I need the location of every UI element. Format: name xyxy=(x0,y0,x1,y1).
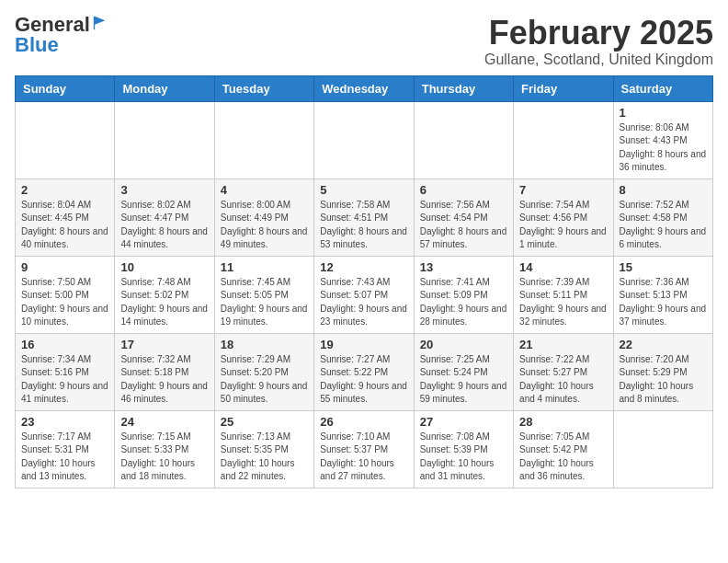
page-header: General Blue February 2025 Gullane, Scot… xyxy=(15,15,713,68)
week-row-4: 16Sunrise: 7:34 AMSunset: 5:16 PMDayligh… xyxy=(16,333,713,410)
calendar-cell xyxy=(16,101,115,178)
day-info: Sunrise: 7:58 AMSunset: 4:51 PMDaylight:… xyxy=(320,199,407,252)
calendar-cell: 25Sunrise: 7:13 AMSunset: 5:35 PMDayligh… xyxy=(214,410,313,488)
day-info: Sunrise: 7:13 AMSunset: 5:35 PMDaylight:… xyxy=(221,431,308,484)
day-number: 27 xyxy=(420,415,507,429)
calendar-cell: 26Sunrise: 7:10 AMSunset: 5:37 PMDayligh… xyxy=(314,410,414,488)
calendar-title: February 2025 xyxy=(484,15,713,52)
day-number: 8 xyxy=(620,183,707,197)
calendar-cell xyxy=(414,101,513,178)
day-info: Sunrise: 8:02 AMSunset: 4:47 PMDaylight:… xyxy=(120,199,208,252)
day-number: 7 xyxy=(519,183,607,197)
calendar-cell: 10Sunrise: 7:48 AMSunset: 5:02 PMDayligh… xyxy=(115,256,214,333)
week-row-1: 1Sunrise: 8:06 AMSunset: 4:43 PMDaylight… xyxy=(16,101,713,178)
calendar-cell: 24Sunrise: 7:15 AMSunset: 5:33 PMDayligh… xyxy=(115,410,214,488)
day-number: 23 xyxy=(21,415,108,429)
calendar-cell: 1Sunrise: 8:06 AMSunset: 4:43 PMDaylight… xyxy=(613,101,712,178)
calendar-cell xyxy=(115,101,214,178)
day-number: 21 xyxy=(519,338,607,351)
day-info: Sunrise: 7:50 AMSunset: 5:00 PMDaylight:… xyxy=(21,276,108,329)
calendar-cell: 17Sunrise: 7:32 AMSunset: 5:18 PMDayligh… xyxy=(115,333,214,410)
day-number: 22 xyxy=(620,338,707,351)
day-number: 26 xyxy=(320,415,407,429)
day-info: Sunrise: 7:52 AMSunset: 4:58 PMDaylight:… xyxy=(620,199,707,252)
weekday-header-saturday: Saturday xyxy=(613,75,712,101)
calendar-cell: 20Sunrise: 7:25 AMSunset: 5:24 PMDayligh… xyxy=(414,333,513,410)
calendar-cell: 15Sunrise: 7:36 AMSunset: 5:13 PMDayligh… xyxy=(613,256,712,333)
logo-blue-text: Blue xyxy=(15,33,59,56)
calendar-cell: 27Sunrise: 7:08 AMSunset: 5:39 PMDayligh… xyxy=(414,410,513,488)
day-number: 20 xyxy=(420,338,507,351)
title-block: February 2025 Gullane, Scotland, United … xyxy=(484,15,713,68)
logo: General Blue xyxy=(15,15,108,55)
day-info: Sunrise: 7:34 AMSunset: 5:16 PMDaylight:… xyxy=(21,353,108,407)
day-info: Sunrise: 7:15 AMSunset: 5:33 PMDaylight:… xyxy=(120,431,208,484)
day-info: Sunrise: 7:48 AMSunset: 5:02 PMDaylight:… xyxy=(120,276,208,329)
calendar-cell: 19Sunrise: 7:27 AMSunset: 5:22 PMDayligh… xyxy=(314,333,414,410)
day-number: 1 xyxy=(620,106,707,120)
calendar-cell xyxy=(314,101,414,178)
day-info: Sunrise: 7:45 AMSunset: 5:05 PMDaylight:… xyxy=(221,276,308,329)
calendar-cell: 18Sunrise: 7:29 AMSunset: 5:20 PMDayligh… xyxy=(214,333,313,410)
day-info: Sunrise: 7:05 AMSunset: 5:42 PMDaylight:… xyxy=(519,431,607,484)
calendar-cell xyxy=(214,101,313,178)
calendar-cell: 23Sunrise: 7:17 AMSunset: 5:31 PMDayligh… xyxy=(16,410,115,488)
day-number: 2 xyxy=(21,183,108,197)
week-row-3: 9Sunrise: 7:50 AMSunset: 5:00 PMDaylight… xyxy=(16,256,713,333)
day-number: 6 xyxy=(420,183,507,197)
day-number: 12 xyxy=(320,260,407,274)
day-number: 4 xyxy=(221,183,308,197)
day-info: Sunrise: 7:22 AMSunset: 5:27 PMDaylight:… xyxy=(519,353,607,407)
calendar-cell: 11Sunrise: 7:45 AMSunset: 5:05 PMDayligh… xyxy=(214,256,313,333)
calendar-cell: 5Sunrise: 7:58 AMSunset: 4:51 PMDaylight… xyxy=(314,178,414,256)
day-info: Sunrise: 8:06 AMSunset: 4:43 PMDaylight:… xyxy=(620,121,707,175)
calendar-cell: 12Sunrise: 7:43 AMSunset: 5:07 PMDayligh… xyxy=(314,256,414,333)
week-row-2: 2Sunrise: 8:04 AMSunset: 4:45 PMDaylight… xyxy=(16,178,713,256)
calendar-cell: 13Sunrise: 7:41 AMSunset: 5:09 PMDayligh… xyxy=(414,256,513,333)
day-number: 15 xyxy=(620,260,707,274)
calendar-cell xyxy=(514,101,613,178)
day-info: Sunrise: 7:25 AMSunset: 5:24 PMDaylight:… xyxy=(420,353,507,407)
weekday-header-monday: Monday xyxy=(115,75,214,101)
calendar-cell: 6Sunrise: 7:56 AMSunset: 4:54 PMDaylight… xyxy=(414,178,513,256)
day-number: 24 xyxy=(120,415,208,429)
day-number: 16 xyxy=(21,338,108,351)
day-info: Sunrise: 7:56 AMSunset: 4:54 PMDaylight:… xyxy=(420,199,507,252)
calendar-cell: 16Sunrise: 7:34 AMSunset: 5:16 PMDayligh… xyxy=(16,333,115,410)
weekday-header-friday: Friday xyxy=(514,75,613,101)
day-number: 10 xyxy=(120,260,208,274)
day-number: 17 xyxy=(120,338,208,351)
calendar-cell: 21Sunrise: 7:22 AMSunset: 5:27 PMDayligh… xyxy=(514,333,613,410)
calendar-cell: 28Sunrise: 7:05 AMSunset: 5:42 PMDayligh… xyxy=(514,410,613,488)
day-number: 19 xyxy=(320,338,407,351)
day-info: Sunrise: 7:20 AMSunset: 5:29 PMDaylight:… xyxy=(620,353,707,407)
weekday-header-tuesday: Tuesday xyxy=(214,75,313,101)
calendar-cell: 3Sunrise: 8:02 AMSunset: 4:47 PMDaylight… xyxy=(115,178,214,256)
calendar-cell: 7Sunrise: 7:54 AMSunset: 4:56 PMDaylight… xyxy=(514,178,613,256)
calendar-table: SundayMondayTuesdayWednesdayThursdayFrid… xyxy=(15,75,713,488)
day-number: 5 xyxy=(320,183,407,197)
day-number: 18 xyxy=(221,338,308,351)
week-row-5: 23Sunrise: 7:17 AMSunset: 5:31 PMDayligh… xyxy=(16,410,713,488)
day-info: Sunrise: 7:32 AMSunset: 5:18 PMDaylight:… xyxy=(120,353,208,407)
day-number: 13 xyxy=(420,260,507,274)
calendar-cell: 9Sunrise: 7:50 AMSunset: 5:00 PMDaylight… xyxy=(16,256,115,333)
calendar-cell: 8Sunrise: 7:52 AMSunset: 4:58 PMDaylight… xyxy=(613,178,712,256)
weekday-header-row: SundayMondayTuesdayWednesdayThursdayFrid… xyxy=(16,75,713,101)
weekday-header-sunday: Sunday xyxy=(16,75,115,101)
weekday-header-thursday: Thursday xyxy=(414,75,513,101)
day-number: 9 xyxy=(21,260,108,274)
day-info: Sunrise: 7:17 AMSunset: 5:31 PMDaylight:… xyxy=(21,431,108,484)
day-info: Sunrise: 8:00 AMSunset: 4:49 PMDaylight:… xyxy=(221,199,308,252)
calendar-subtitle: Gullane, Scotland, United Kingdom xyxy=(484,52,713,68)
day-info: Sunrise: 7:29 AMSunset: 5:20 PMDaylight:… xyxy=(221,353,308,407)
day-info: Sunrise: 7:27 AMSunset: 5:22 PMDaylight:… xyxy=(320,353,407,407)
calendar-cell: 2Sunrise: 8:04 AMSunset: 4:45 PMDaylight… xyxy=(16,178,115,256)
day-info: Sunrise: 7:08 AMSunset: 5:39 PMDaylight:… xyxy=(420,431,507,484)
day-number: 25 xyxy=(221,415,308,429)
day-info: Sunrise: 7:41 AMSunset: 5:09 PMDaylight:… xyxy=(420,276,507,329)
calendar-cell: 4Sunrise: 8:00 AMSunset: 4:49 PMDaylight… xyxy=(214,178,313,256)
calendar-cell: 22Sunrise: 7:20 AMSunset: 5:29 PMDayligh… xyxy=(613,333,712,410)
day-info: Sunrise: 7:10 AMSunset: 5:37 PMDaylight:… xyxy=(320,431,407,484)
day-info: Sunrise: 8:04 AMSunset: 4:45 PMDaylight:… xyxy=(21,199,108,252)
